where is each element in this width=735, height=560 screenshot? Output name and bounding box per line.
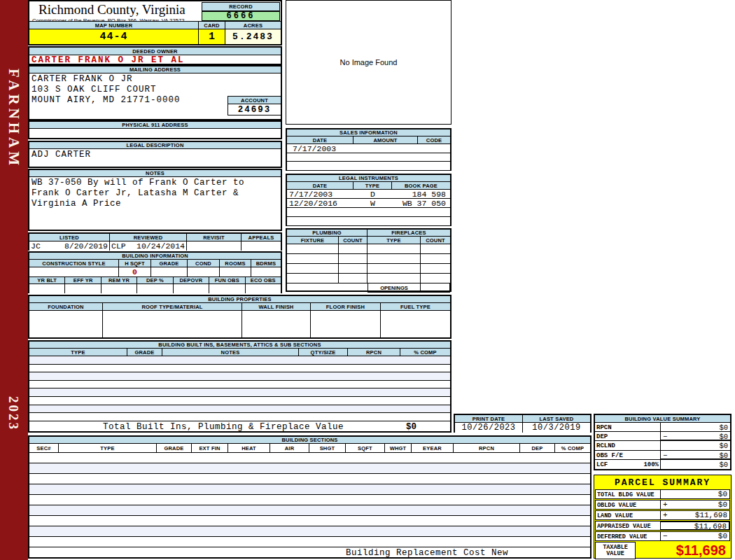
funobs-value (209, 284, 245, 293)
wall-finish-label: WALL FINISH (242, 303, 311, 310)
sales-date: 7/17/2003 (287, 144, 354, 153)
cond-label: COND (188, 260, 220, 267)
table-row (29, 474, 590, 484)
bvs-label: DEP (596, 433, 608, 440)
built-ins-total-value: $0 (406, 422, 450, 432)
sales-amount (354, 153, 418, 161)
building-properties-title: BUILDING PROPERTIES (29, 296, 450, 303)
bvs-row: LCF 100% $0 (595, 460, 730, 469)
instrument-type: D (354, 190, 392, 198)
bvs-row: RPCN $0 (595, 423, 730, 432)
notes-line: WB 37-050 By will of Frank O Carter to (31, 178, 281, 188)
built-ins-title: BUILDING BUILT INS, BASEMENTS, ATTICS & … (29, 342, 450, 349)
parcel-row: LAND VALUE + $11,698 (595, 510, 730, 520)
notes-section: NOTES WB 37-050 By will of Frank O Carte… (28, 169, 282, 231)
table-row (29, 484, 590, 495)
grade-value (151, 267, 188, 276)
parcel-label: OBLDG VALUE (595, 500, 661, 510)
table-row (29, 526, 590, 537)
instrument-date (287, 217, 354, 225)
built-ins-total-row: Total Built Ins, Plumbing & Fireplace Va… (29, 421, 450, 433)
plumbing-fireplace-row (287, 244, 450, 254)
parcel-label: LAND VALUE (595, 510, 661, 520)
last-saved-label: LAST SAVED (523, 415, 590, 422)
building-information-section: BUILDING INFORMATION CONSTRUCTION STYLE … (28, 251, 282, 293)
builtins-grade-label: GRADE (127, 349, 162, 356)
plumbing-title: PLUMBING (287, 230, 368, 237)
sec-num-label: SEC# (29, 444, 59, 452)
instrument-type-label: TYPE (354, 182, 392, 189)
parcel-value: $0 (718, 490, 727, 498)
building-properties-section: BUILDING PROPERTIES FOUNDATION ROOF TYPE… (28, 295, 451, 339)
plumbing-fireplaces-section: PLUMBING FIREPLACES FIXTURE COUNT TYPE C… (286, 228, 451, 292)
account-value: 24693 (227, 104, 281, 115)
plumbing-count-label: COUNT (339, 237, 368, 244)
section-grade-label: GRADE (157, 444, 192, 452)
roof-value (103, 311, 242, 337)
record-value: 6666 (202, 11, 280, 21)
last-saved-value: 10/3/2019 (523, 423, 590, 433)
parcel-row: APPRAISED VALUE $11,698 (595, 521, 730, 531)
print-info-section: PRINT DATE LAST SAVED 10/26/2023 10/3/20… (454, 414, 592, 433)
plumbing-fireplace-row (287, 274, 450, 284)
parcel-summary-title: PARCEL SUMMARY (595, 476, 730, 489)
review-section: LISTED REVIEWED REVISIT APPEALS JC 8/20/… (28, 232, 282, 251)
grade-label: GRADE (151, 260, 188, 267)
instrument-date (287, 208, 354, 216)
mailing-address-section: MAILING ADDRESS CARTER FRANK O JR 103 S … (28, 65, 282, 120)
card-value: 1 (199, 29, 225, 44)
openings-value (421, 284, 450, 293)
table-row (29, 516, 590, 526)
builtins-type-label: TYPE (29, 349, 127, 356)
fireplace-count-label: COUNT (421, 237, 450, 244)
table-row (29, 397, 450, 405)
bvs-value: $0 (719, 442, 728, 449)
fuel-type-label: FUEL TYPE (381, 303, 450, 310)
table-row (29, 463, 590, 474)
physical-address-section: PHYSICAL 911 ADDRESS (28, 120, 282, 139)
district-name: FARNHAM (5, 69, 22, 169)
heat-label: HEAT (228, 444, 270, 452)
depovr-value (174, 284, 209, 293)
acres-label: ACRES (225, 22, 281, 29)
sales-code (418, 144, 450, 153)
openings-label: OPENINGS (368, 284, 421, 293)
legal-description-label: LEGAL DESCRIPTION (29, 142, 281, 149)
bvs-value: $0 (719, 461, 728, 469)
instrument-row (287, 208, 450, 217)
parcel-row: TOTAL BLDG VALUE $0 (595, 489, 730, 499)
map-number-value: 44-4 (29, 29, 199, 44)
builtins-notes-label: NOTES (162, 349, 299, 356)
parcel-row: OBLDG VALUE + $0 (595, 500, 730, 510)
county-block: Richmond County, Virginia Commissioner o… (29, 1, 202, 21)
remyr-value (102, 284, 137, 293)
bvs-label: RCLND (596, 442, 615, 449)
legal-description-value: ADJ CARTER (29, 149, 281, 160)
revisit-value (187, 241, 241, 251)
map-card-acres-header: MAP NUMBER CARD ACRES (29, 21, 281, 29)
hsqft-label: H SQFT (119, 260, 151, 267)
effyr-value (65, 284, 101, 293)
reviewed-date: 10/24/2014 (136, 241, 185, 251)
instrument-bookpage: 184 598 (392, 190, 450, 198)
reviewed-label: REVIEWED (110, 234, 187, 241)
deppct-value (137, 284, 173, 293)
taxable-row: TAXABLE VALUE $11,698 (595, 542, 730, 559)
bvs-op: − (663, 451, 667, 458)
building-sections-table: BUILDING SECTIONS SEC# TYPE GRADE EXT FI… (28, 435, 592, 559)
mailing-address-label: MAILING ADDRESS (29, 66, 281, 74)
sales-amount-label: AMOUNT (354, 136, 418, 144)
shgt-label: SHGT (309, 444, 346, 452)
whgt-label: WHGT (385, 444, 412, 452)
cond-value (188, 267, 220, 276)
sales-row (287, 153, 450, 162)
bvs-row: RCLND $0 (595, 441, 730, 450)
sales-date (287, 162, 354, 170)
remyr-label: REM YR (102, 277, 137, 284)
notes-label: NOTES (29, 170, 281, 177)
eyear-label: EYEAR (412, 444, 454, 452)
openings-row: OPENINGS (287, 284, 450, 293)
building-value-summary-section: BUILDING VALUE SUMMARY RPCN $0 DEP − $0 (594, 414, 732, 470)
sales-amount (354, 162, 418, 170)
instrument-date: 7/17/2003 (287, 190, 354, 198)
